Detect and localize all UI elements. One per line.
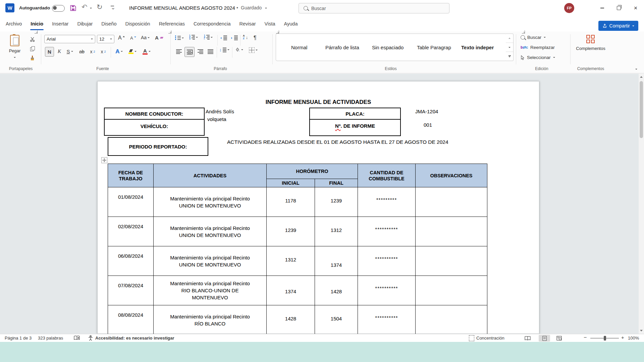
proofing-errors-icon[interactable] (74, 336, 80, 341)
read-mode-icon[interactable] (522, 335, 533, 342)
title-dropdown-icon[interactable] (265, 8, 267, 9)
paste-button[interactable]: Pegar (5, 34, 24, 59)
grow-font-icon[interactable]: A (118, 35, 125, 41)
superscript-button[interactable]: x2 (99, 47, 108, 56)
align-left-icon[interactable] (174, 47, 183, 56)
styles-scroll-down-icon[interactable] (506, 43, 513, 52)
word-app-icon[interactable]: W (5, 3, 14, 12)
increase-indent-icon[interactable] (231, 36, 238, 40)
justify-icon[interactable] (206, 47, 215, 56)
web-layout-icon[interactable] (553, 335, 565, 342)
paste-label: Pegar (5, 48, 24, 53)
copy-button[interactable] (28, 46, 36, 51)
redo-icon[interactable]: ↻ (97, 3, 103, 11)
numbering-icon[interactable]: 123 (189, 35, 198, 40)
share-button[interactable]: Compartir (598, 21, 638, 31)
style-table-paragraph[interactable]: Table Paragrap (417, 34, 451, 61)
addins-button[interactable]: Complementos (572, 35, 609, 51)
clear-formatting-icon[interactable]: A (155, 35, 163, 41)
borders-icon[interactable] (249, 47, 258, 53)
select-button[interactable]: Seleccionar (521, 55, 555, 60)
replace-button[interactable]: b⇄c Reemplazar (521, 45, 555, 50)
change-case-icon[interactable]: Aa (141, 35, 150, 40)
subscript-button[interactable]: x2 (88, 47, 97, 56)
tab-disposicion[interactable]: Disposición (121, 16, 154, 32)
scrollbar-thumb[interactable] (640, 81, 643, 138)
cut-button[interactable] (28, 37, 36, 42)
font-color-icon[interactable]: A (141, 47, 152, 56)
zoom-level[interactable]: 100% (628, 336, 639, 341)
align-right-icon[interactable] (196, 47, 205, 56)
shading-icon[interactable] (235, 47, 243, 52)
autosave-toggle[interactable] (52, 5, 65, 12)
document-title[interactable]: INFORME MENSUAL ANDRES AGOSTO 2024 (129, 5, 235, 11)
strikethrough-button[interactable]: ab (77, 47, 87, 56)
sort-icon[interactable]: AZ↓ (243, 35, 248, 40)
titlebar-search[interactable]: Buscar (299, 3, 449, 13)
tab-inicio[interactable]: Inicio (26, 16, 48, 32)
format-painter-button[interactable] (28, 56, 36, 60)
tab-vista[interactable]: Vista (260, 16, 280, 32)
bullets-icon[interactable] (175, 36, 184, 40)
scroll-down-icon[interactable] (640, 330, 643, 331)
tab-correspondencia[interactable]: Correspondencia (189, 16, 235, 32)
row5-inicial: 1428 (267, 305, 315, 334)
undo-dropdown-icon[interactable] (90, 8, 92, 9)
tab-dibujar[interactable]: Dibujar (73, 16, 97, 32)
document-page[interactable]: INFORME MENSUAL DE ACTIVIDADES NOMBRE CO… (97, 81, 539, 334)
vertical-scrollbar[interactable] (639, 74, 644, 334)
close-button[interactable]: × (627, 0, 644, 16)
style-texto-independiente[interactable]: Texto indeper (461, 34, 494, 61)
pilcrow-icon[interactable]: ¶ (254, 35, 257, 41)
shrink-font-icon[interactable]: A (130, 36, 136, 41)
line-spacing-icon[interactable]: ↕ (219, 47, 229, 52)
paragraph-dialog-launcher-icon[interactable] (276, 31, 279, 34)
style-sin-espaciado[interactable]: Sin espaciado (372, 34, 404, 61)
undo-icon[interactable]: ↶ (82, 3, 88, 11)
highlight-color-icon[interactable] (127, 47, 138, 56)
tab-ayuda[interactable]: Ayuda (280, 16, 302, 32)
underline-button[interactable]: S (64, 47, 75, 56)
page-indicator[interactable]: Página 1 de 3 (5, 336, 32, 341)
tab-diseno[interactable]: Diseño (97, 16, 121, 32)
zoom-out-icon[interactable]: − (584, 335, 587, 341)
account-avatar[interactable]: FP (564, 3, 574, 13)
zoom-slider-knob[interactable] (604, 336, 606, 341)
minimize-button[interactable] (594, 0, 610, 16)
font-dialog-launcher-icon[interactable] (168, 31, 171, 34)
style-normal[interactable]: Normal (291, 34, 307, 61)
word-count[interactable]: 323 palabras (38, 336, 63, 341)
zoom-slider[interactable] (590, 338, 619, 339)
focus-mode-button[interactable]: Concentración (476, 336, 504, 341)
tab-revisar[interactable]: Revisar (235, 16, 260, 32)
tab-referencias[interactable]: Referencias (155, 16, 189, 32)
bold-button[interactable]: N (45, 47, 54, 57)
tab-archivo[interactable]: Archivo (1, 16, 26, 32)
styles-dialog-launcher-icon[interactable] (522, 31, 525, 34)
styles-gallery-expand-icon[interactable] (506, 52, 513, 61)
accessibility-status[interactable]: Accesibilidad: es necesario investigar (95, 336, 174, 341)
collapse-ribbon-icon[interactable] (635, 69, 637, 70)
font-name-select[interactable]: Arial (44, 35, 95, 43)
print-layout-icon[interactable] (539, 335, 550, 342)
tab-insertar[interactable]: Insertar (48, 16, 73, 32)
find-button[interactable]: Buscar (521, 35, 546, 40)
multilevel-list-icon[interactable]: 1ai (204, 35, 213, 40)
align-center-icon[interactable] (184, 47, 195, 57)
text-effects-icon[interactable]: A (114, 47, 124, 56)
activities-table[interactable]: FECHA DE TRABAJO ACTIVIDADES HORÓMETRO C… (108, 164, 487, 334)
decrease-indent-icon[interactable] (220, 36, 227, 40)
font-size-select[interactable]: 12 (97, 35, 114, 43)
scroll-up-icon[interactable] (640, 76, 643, 78)
customize-toolbar-icon[interactable]: ⌄ (111, 4, 115, 11)
save-icon[interactable] (70, 5, 76, 11)
styles-scroll-up-icon[interactable] (506, 34, 513, 43)
table-move-handle-icon[interactable] (101, 157, 107, 163)
accessibility-icon[interactable] (88, 335, 93, 341)
clipboard-dialog-launcher-icon[interactable] (35, 31, 38, 34)
style-parrafo-de-lista[interactable]: Párrafo de lista (325, 34, 359, 61)
restore-button[interactable] (610, 0, 627, 16)
italic-button[interactable]: K (56, 47, 63, 56)
zoom-in-icon[interactable]: + (621, 335, 624, 340)
save-status[interactable]: Guardado (241, 5, 262, 10)
